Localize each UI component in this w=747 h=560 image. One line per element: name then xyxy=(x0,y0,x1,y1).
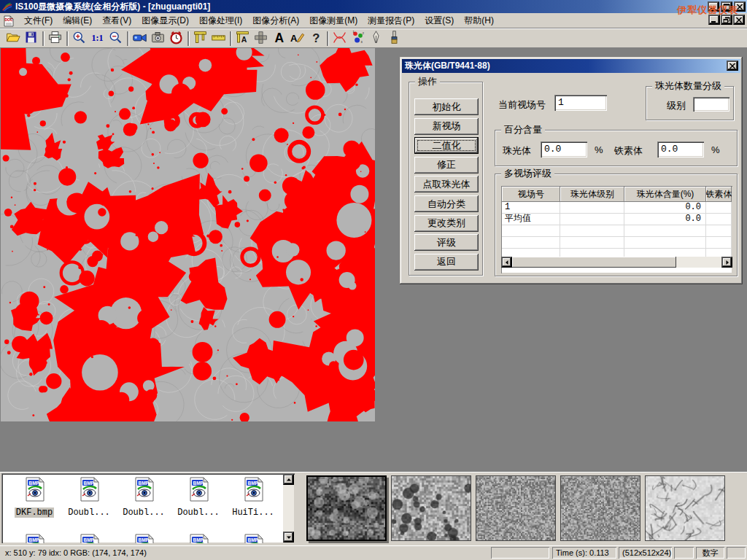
file-item-partial[interactable]: BMP xyxy=(9,534,60,543)
image-thumbnail[interactable] xyxy=(645,475,725,541)
op-button-8[interactable]: 评级 xyxy=(414,234,479,251)
print-button[interactable] xyxy=(46,30,64,47)
caliper-button[interactable] xyxy=(191,30,209,47)
document-icon: DOC xyxy=(3,15,15,27)
table-cell xyxy=(560,225,624,236)
ruler-button[interactable] xyxy=(209,30,228,47)
menu-item-9[interactable]: 设置(S) xyxy=(419,14,459,27)
classify-balls-button[interactable]: 123 xyxy=(349,30,367,47)
file-item-partial[interactable]: BMP xyxy=(118,534,169,543)
scroll-right-button[interactable] xyxy=(721,257,732,268)
metallographic-image[interactable] xyxy=(1,48,375,421)
menu-item-7[interactable]: 图像测量(M) xyxy=(304,14,363,27)
mdi-close-button[interactable] xyxy=(733,15,745,25)
op-button-3[interactable]: 二值化 xyxy=(414,137,479,154)
scrollbar-thumb[interactable] xyxy=(512,257,676,268)
file-item[interactable]: BMPDKF.bmp xyxy=(9,477,60,518)
table-column-header[interactable]: 珠光体级别 xyxy=(560,187,624,202)
dialog-close-button[interactable] xyxy=(727,61,738,71)
table-row[interactable] xyxy=(502,237,732,249)
menu-item-3[interactable]: 查看(V) xyxy=(97,14,136,27)
menu-items: 文件(F)编辑(E)查看(V)图像显示(D)图像处理(I)图像分析(A)图像测量… xyxy=(19,15,499,27)
minimize-icon xyxy=(710,1,717,12)
actual-size-button[interactable]: 1:1 xyxy=(88,30,107,47)
table-column-header[interactable]: 铁素体 xyxy=(706,187,732,202)
svg-text:BMP: BMP xyxy=(29,481,40,486)
grade-input[interactable] xyxy=(693,97,729,112)
video-camera-button[interactable] xyxy=(131,30,149,47)
image-thumbnail[interactable] xyxy=(560,475,640,541)
table-row[interactable]: 平均值0.0 xyxy=(502,214,732,225)
op-button-1[interactable]: 初始化 xyxy=(414,98,479,115)
pearlite-percent-input[interactable]: 0.0 xyxy=(541,141,587,158)
annotate-button[interactable]: A xyxy=(288,30,306,47)
dialog-title-bar[interactable]: 珠光体(GB/T9441-88) xyxy=(402,59,740,73)
menu-bar: DOC 文件(F)编辑(E)查看(V)图像显示(D)图像处理(I)图像分析(A)… xyxy=(0,13,747,28)
current-field-input[interactable]: 1 xyxy=(554,95,607,111)
window-close-button[interactable] xyxy=(734,1,746,12)
file-item-partial[interactable]: BMP xyxy=(173,534,224,543)
pattern-grid-button[interactable] xyxy=(252,30,270,47)
file-name: Doubl... xyxy=(121,508,166,518)
mdi-restore-button[interactable] xyxy=(721,15,732,25)
bmp-file-icon: BMP xyxy=(63,477,115,505)
photo-camera-button[interactable] xyxy=(149,30,167,47)
menu-item-4[interactable]: 图像显示(D) xyxy=(136,14,194,27)
svg-text:BMP: BMP xyxy=(139,481,150,486)
scroll-up-button[interactable] xyxy=(283,474,294,485)
op-button-4[interactable]: 修正 xyxy=(414,157,479,174)
image-thumbnail[interactable] xyxy=(391,475,471,541)
curve-cut-button[interactable] xyxy=(330,30,349,47)
file-item[interactable]: BMPDoubl... xyxy=(173,477,224,518)
file-item-partial[interactable]: BMP xyxy=(228,534,279,543)
menu-item-8[interactable]: 测量报告(P) xyxy=(363,14,419,27)
op-button-9[interactable]: 返回 xyxy=(414,254,479,271)
op-button-5[interactable]: 点取珠光体 xyxy=(414,176,479,192)
table-cell xyxy=(560,237,624,248)
open-button[interactable] xyxy=(4,30,22,47)
help-button[interactable]: ? xyxy=(306,30,325,47)
menu-item-1[interactable]: 文件(F) xyxy=(19,14,58,27)
svg-text:BMP: BMP xyxy=(193,481,204,486)
scroll-left-button[interactable] xyxy=(501,257,512,268)
menu-item-10[interactable]: 帮助(H) xyxy=(459,14,499,27)
file-item[interactable]: BMPHuiTi... xyxy=(228,477,279,518)
caliper-icon xyxy=(193,30,208,47)
ferrite-percent-input[interactable]: 0.0 xyxy=(657,141,704,158)
zoom-in-button[interactable] xyxy=(70,30,88,47)
timer-button[interactable] xyxy=(167,30,185,47)
table-column-header[interactable]: 珠光体含量(%) xyxy=(624,187,706,202)
text-button[interactable]: A xyxy=(270,30,288,47)
op-button-7[interactable]: 更改类别 xyxy=(414,215,479,232)
save-button[interactable] xyxy=(22,30,40,47)
close-icon xyxy=(729,61,736,71)
pen-button[interactable] xyxy=(367,30,385,47)
op-button-6[interactable]: 自动分类 xyxy=(414,195,479,212)
table-row[interactable] xyxy=(502,225,732,237)
image-thumbnail[interactable] xyxy=(476,475,556,541)
zoom-out-button[interactable] xyxy=(107,30,125,47)
mdi-minimize-button[interactable] xyxy=(708,15,720,25)
measure-text-button[interactable]: A xyxy=(233,30,252,47)
menu-item-5[interactable]: 图像处理(I) xyxy=(194,14,247,27)
table-row[interactable]: 10.0 xyxy=(502,202,732,214)
op-button-2[interactable]: 新视场 xyxy=(414,118,479,135)
file-item-partial[interactable]: BMP xyxy=(63,534,115,543)
toolbar-separator xyxy=(327,31,328,46)
file-item[interactable]: BMPDoubl... xyxy=(118,477,169,518)
table-column-header[interactable]: 视场号 xyxy=(502,187,560,202)
window-minimize-button[interactable] xyxy=(708,1,719,12)
image-thumbnail[interactable] xyxy=(306,475,387,541)
menu-item-6[interactable]: 图像分析(A) xyxy=(247,14,304,27)
menu-item-2[interactable]: 编辑(E) xyxy=(58,14,97,27)
arrow-left-icon xyxy=(504,257,510,268)
grade-group: 珠光体数量分级 级别 xyxy=(646,86,734,120)
window-maximize-button[interactable] xyxy=(721,1,732,12)
file-item[interactable]: BMPDoubl... xyxy=(63,477,115,518)
grade-label: 级别 xyxy=(667,99,686,112)
status-empty-1 xyxy=(491,547,549,559)
scroll-down-button[interactable] xyxy=(283,532,294,542)
operations-group-label: 操作 xyxy=(415,77,440,87)
paint-brush-button[interactable] xyxy=(385,30,403,47)
bmp-file-icon: BMP xyxy=(228,534,279,543)
